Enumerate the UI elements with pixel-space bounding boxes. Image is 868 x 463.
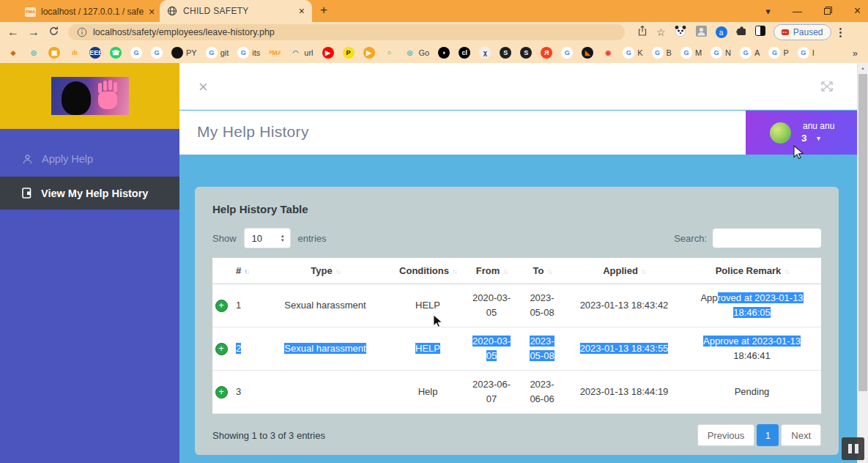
forward-button[interactable]: →: [28, 26, 40, 38]
scroll-up-icon[interactable]: ▲: [858, 63, 868, 70]
extensions-puzzle-icon[interactable]: [735, 25, 747, 40]
bookmark-star-icon[interactable]: ☆: [656, 26, 666, 38]
page-size-select[interactable]: 10 ▴▾: [244, 228, 291, 248]
bookmark-item[interactable]: χ: [479, 47, 491, 59]
user-dropdown[interactable]: anu anu 3 ▾: [746, 111, 857, 155]
sort-icon: ↑↓: [452, 267, 456, 275]
next-page-button[interactable]: Next: [781, 424, 821, 446]
cell-type: Sexual harassment: [259, 284, 391, 327]
person-icon: [22, 154, 33, 165]
col-applied[interactable]: Applied↑↓: [565, 258, 683, 284]
back-button[interactable]: ←: [7, 26, 19, 38]
a-extension-icon[interactable]: a: [716, 26, 727, 38]
bookmark-item[interactable]: ▶: [322, 47, 334, 59]
col-type[interactable]: Type↑↓: [259, 258, 391, 284]
bookmark-item[interactable]: cl: [459, 47, 470, 59]
restore-button[interactable]: [824, 7, 832, 16]
col-to[interactable]: To↑↓: [519, 258, 565, 284]
bookmark-favicon: χ: [479, 47, 491, 59]
bookmark-item[interactable]: ☎: [110, 47, 122, 59]
tab-title: localhost / 127.0.0.1 / safety / tbl: [41, 7, 144, 17]
bookmark-item[interactable]: G git: [206, 47, 229, 59]
bookmark-item[interactable]: S: [500, 47, 511, 59]
share-icon[interactable]: [637, 25, 648, 40]
new-tab-button[interactable]: +: [320, 3, 327, 18]
expand-row-button[interactable]: +: [215, 386, 228, 399]
col-from[interactable]: From↑↓: [464, 258, 519, 284]
bookmark-item[interactable]: ○: [384, 47, 396, 59]
bookmark-item[interactable]: ◎ Go: [404, 47, 430, 59]
col-police-remark[interactable]: Police Remark↑↓: [683, 258, 821, 284]
bookmark-item[interactable]: G P: [768, 47, 788, 59]
main-content: × My Help History anu anu 3 ▾ Help Histo…: [179, 63, 857, 463]
reading-mode-icon[interactable]: [755, 26, 765, 39]
bookmark-item[interactable]: G A: [740, 47, 760, 59]
avatar[interactable]: [770, 122, 791, 144]
col-num[interactable]: #↑↓: [230, 258, 259, 284]
extension-paused-pill[interactable]: ▪▪ Paused: [774, 24, 831, 40]
bookmark-item[interactable]: G: [130, 47, 142, 59]
bookmark-item[interactable]: G B: [652, 47, 672, 59]
bookmark-item[interactable]: ▶: [363, 47, 375, 59]
bookmark-item[interactable]: P: [343, 47, 355, 59]
bookmark-item[interactable]: S: [520, 47, 532, 59]
bookmark-item[interactable]: Я: [541, 47, 552, 59]
bookmark-item[interactable]: ◎: [28, 47, 40, 59]
bookmark-item[interactable]: ◆: [7, 47, 19, 59]
address-bar[interactable]: localhost/safety/employees/leave-history…: [68, 24, 625, 40]
bookmark-item[interactable]: G its: [237, 47, 260, 59]
tab-phpmyadmin[interactable]: PMA localhost / 127.0.0.1 / safety / tbl…: [21, 2, 160, 21]
close-window-button[interactable]: ×: [854, 5, 861, 17]
cell-num: 2: [230, 327, 259, 370]
select-arrows-icon: ▴▾: [281, 234, 284, 242]
sidebar-item-view-help-history[interactable]: View My Help History: [0, 177, 179, 210]
globe-icon: [167, 6, 177, 16]
search-input[interactable]: [713, 229, 821, 248]
bookmark-favicon: G: [623, 47, 634, 59]
bookmarks-overflow-icon[interactable]: »: [853, 48, 861, 59]
sidebar-item-apply-help[interactable]: Apply Help: [0, 145, 179, 173]
close-tab-icon[interactable]: ×: [149, 7, 155, 17]
bookmark-favicon: G: [151, 47, 163, 59]
fullscreen-expand-icon[interactable]: [817, 78, 837, 98]
page-scrollbar[interactable]: ▲ ▼: [857, 63, 868, 463]
bookmark-favicon: IEEE: [89, 47, 101, 59]
site-info-icon[interactable]: [77, 27, 87, 37]
cell-to: 2023-05-08: [519, 284, 565, 327]
tab-child-safety[interactable]: CHILD SAFETY ×: [160, 0, 312, 22]
reload-button[interactable]: [48, 26, 59, 39]
minimize-button[interactable]: —: [793, 7, 802, 16]
close-tab-icon[interactable]: ×: [299, 6, 305, 16]
close-panel-icon[interactable]: ×: [199, 79, 208, 95]
bookmark-item[interactable]: G I: [798, 47, 815, 59]
tab-search-icon[interactable]: ▾: [765, 7, 771, 16]
expand-row-button[interactable]: +: [215, 343, 228, 355]
bookmark-item[interactable]: IEEE: [89, 47, 101, 59]
previous-page-button[interactable]: Previous: [697, 424, 755, 446]
bookmark-item[interactable]: ◠ url: [289, 47, 313, 59]
bookmark-item[interactable]: ◣: [582, 47, 593, 59]
expand-row-button[interactable]: +: [215, 300, 228, 312]
bookmark-item[interactable]: ◗: [438, 47, 450, 59]
bookmark-item[interactable]: G: [561, 47, 573, 59]
bookmark-item[interactable]: G N: [711, 47, 731, 59]
bookmark-favicon: S: [520, 47, 532, 59]
browser-menu-icon[interactable]: [839, 28, 842, 37]
col-conditions[interactable]: Conditions↑↓: [391, 258, 464, 284]
bookmark-item[interactable]: PMA: [269, 47, 281, 59]
bookmark-favicon: ılı: [69, 47, 81, 59]
bookmark-item[interactable]: ılı: [69, 47, 81, 59]
profile-extension-icon[interactable]: [695, 25, 708, 40]
bookmark-item[interactable]: G: [151, 47, 163, 59]
recorder-pause-button[interactable]: [842, 437, 864, 460]
page-1-button[interactable]: 1: [757, 424, 779, 446]
bookmark-item[interactable]: ◉: [602, 47, 614, 59]
bookmark-item[interactable]: G K: [623, 47, 642, 59]
scrollbar-thumb[interactable]: [858, 74, 867, 391]
bookmark-item[interactable]: G M: [680, 47, 702, 59]
panda-extension-icon[interactable]: [674, 24, 687, 40]
bookmark-item[interactable]: PY: [171, 47, 197, 59]
bookmark-favicon: G: [740, 47, 752, 59]
bookmark-favicon: ◆: [7, 47, 19, 59]
bookmark-item[interactable]: ▣: [48, 47, 60, 59]
